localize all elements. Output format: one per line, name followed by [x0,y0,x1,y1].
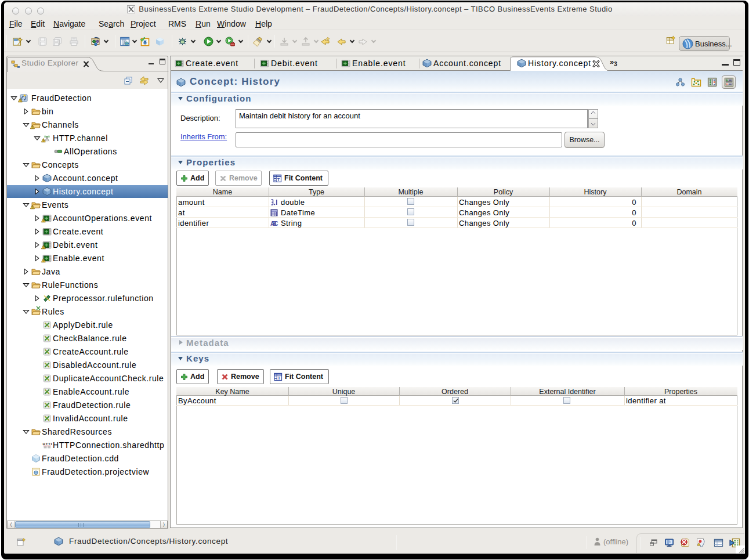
svg-text:ABC: ABC [270,221,278,227]
svg-text:T: T [277,177,280,182]
svg-text:T: T [278,375,281,381]
